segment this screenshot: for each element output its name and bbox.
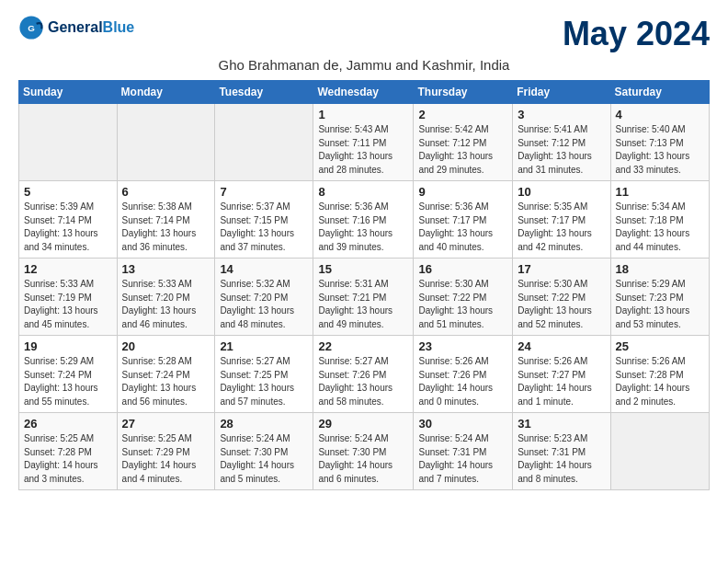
- day-info: Sunrise: 5:30 AMSunset: 7:22 PMDaylight:…: [518, 278, 605, 331]
- day-number: 11: [616, 185, 704, 199]
- logo: G GeneralBlue: [18, 15, 134, 40]
- day-number: 28: [220, 417, 308, 431]
- day-number: 18: [616, 262, 704, 276]
- day-number: 21: [220, 339, 308, 353]
- day-info: Sunrise: 5:36 AMSunset: 7:17 PMDaylight:…: [418, 201, 507, 254]
- day-info: Sunrise: 5:25 AMSunset: 7:28 PMDaylight:…: [24, 432, 112, 486]
- day-number: 15: [318, 262, 408, 276]
- day-info: Sunrise: 5:42 AMSunset: 7:12 PMDaylight:…: [418, 123, 507, 177]
- calendar-cell: 7Sunrise: 5:37 AMSunset: 7:15 PMDaylight…: [215, 181, 313, 259]
- calendar-cell: 31Sunrise: 5:23 AMSunset: 7:31 PMDayligh…: [513, 413, 610, 490]
- calendar-cell: 26Sunrise: 5:25 AMSunset: 7:28 PMDayligh…: [19, 413, 118, 490]
- calendar-cell: 24Sunrise: 5:26 AMSunset: 7:27 PMDayligh…: [513, 336, 610, 413]
- day-info: Sunrise: 5:43 AMSunset: 7:11 PMDaylight:…: [318, 123, 408, 177]
- day-info: Sunrise: 5:31 AMSunset: 7:21 PMDaylight:…: [318, 278, 408, 331]
- calendar-cell: 6Sunrise: 5:38 AMSunset: 7:14 PMDaylight…: [117, 181, 215, 259]
- calendar-cell: 17Sunrise: 5:30 AMSunset: 7:22 PMDayligh…: [513, 259, 610, 336]
- calendar-cell: 30Sunrise: 5:24 AMSunset: 7:31 PMDayligh…: [414, 413, 513, 490]
- calendar-cell: 21Sunrise: 5:27 AMSunset: 7:25 PMDayligh…: [215, 336, 313, 413]
- calendar-cell: 2Sunrise: 5:42 AMSunset: 7:12 PMDaylight…: [414, 104, 513, 181]
- day-number: 24: [518, 339, 605, 353]
- day-info: Sunrise: 5:23 AMSunset: 7:31 PMDaylight:…: [518, 432, 605, 486]
- day-number: 17: [518, 262, 605, 276]
- calendar-cell: [610, 413, 709, 490]
- calendar: SundayMondayTuesdayWednesdayThursdayFrid…: [18, 80, 710, 490]
- day-number: 12: [24, 262, 112, 276]
- day-number: 10: [518, 185, 605, 199]
- day-info: Sunrise: 5:26 AMSunset: 7:28 PMDaylight:…: [616, 355, 704, 408]
- day-of-week-header: Sunday: [19, 81, 118, 104]
- day-number: 1: [318, 108, 408, 121]
- day-info: Sunrise: 5:40 AMSunset: 7:13 PMDaylight:…: [616, 123, 704, 177]
- day-of-week-header: Saturday: [610, 81, 709, 104]
- day-info: Sunrise: 5:24 AMSunset: 7:30 PMDaylight:…: [220, 432, 308, 486]
- calendar-cell: 15Sunrise: 5:31 AMSunset: 7:21 PMDayligh…: [313, 259, 414, 336]
- day-info: Sunrise: 5:32 AMSunset: 7:20 PMDaylight:…: [220, 278, 308, 331]
- day-number: 27: [122, 417, 210, 431]
- day-number: 30: [418, 417, 507, 431]
- calendar-cell: 3Sunrise: 5:41 AMSunset: 7:12 PMDaylight…: [513, 104, 610, 181]
- calendar-cell: 13Sunrise: 5:33 AMSunset: 7:20 PMDayligh…: [117, 259, 215, 336]
- day-number: 9: [418, 185, 507, 199]
- day-of-week-header: Tuesday: [215, 81, 313, 104]
- calendar-cell: [117, 104, 215, 181]
- day-info: Sunrise: 5:38 AMSunset: 7:14 PMDaylight:…: [122, 201, 210, 254]
- day-of-week-header: Wednesday: [313, 81, 414, 104]
- calendar-cell: 12Sunrise: 5:33 AMSunset: 7:19 PMDayligh…: [19, 259, 118, 336]
- month-title: May 2024: [563, 15, 710, 53]
- day-info: Sunrise: 5:35 AMSunset: 7:17 PMDaylight:…: [518, 201, 605, 254]
- day-info: Sunrise: 5:27 AMSunset: 7:25 PMDaylight:…: [220, 355, 308, 408]
- logo-icon: G: [18, 15, 44, 40]
- subtitle: Gho Brahmanan de, Jammu and Kashmir, Ind…: [18, 57, 710, 73]
- day-number: 2: [418, 108, 507, 121]
- calendar-cell: 11Sunrise: 5:34 AMSunset: 7:18 PMDayligh…: [610, 181, 709, 259]
- day-number: 6: [122, 185, 210, 199]
- calendar-cell: [215, 104, 313, 181]
- day-number: 3: [518, 108, 605, 121]
- day-number: 22: [318, 339, 408, 353]
- day-number: 16: [418, 262, 507, 276]
- day-number: 8: [318, 185, 408, 199]
- day-info: Sunrise: 5:28 AMSunset: 7:24 PMDaylight:…: [122, 355, 210, 408]
- svg-text:G: G: [28, 23, 35, 33]
- day-info: Sunrise: 5:41 AMSunset: 7:12 PMDaylight:…: [518, 123, 605, 177]
- day-number: 29: [318, 417, 408, 431]
- logo-blue: Blue: [103, 19, 135, 35]
- day-number: 19: [24, 339, 112, 353]
- calendar-cell: [19, 104, 118, 181]
- day-info: Sunrise: 5:24 AMSunset: 7:31 PMDaylight:…: [418, 432, 507, 486]
- day-number: 25: [616, 339, 704, 353]
- day-number: 14: [220, 262, 308, 276]
- day-of-week-header: Friday: [513, 81, 610, 104]
- calendar-cell: 25Sunrise: 5:26 AMSunset: 7:28 PMDayligh…: [610, 336, 709, 413]
- day-info: Sunrise: 5:26 AMSunset: 7:27 PMDaylight:…: [518, 355, 605, 408]
- day-info: Sunrise: 5:37 AMSunset: 7:15 PMDaylight:…: [220, 201, 308, 254]
- calendar-cell: 22Sunrise: 5:27 AMSunset: 7:26 PMDayligh…: [313, 336, 414, 413]
- calendar-cell: 9Sunrise: 5:36 AMSunset: 7:17 PMDaylight…: [414, 181, 513, 259]
- calendar-cell: 10Sunrise: 5:35 AMSunset: 7:17 PMDayligh…: [513, 181, 610, 259]
- calendar-cell: 1Sunrise: 5:43 AMSunset: 7:11 PMDaylight…: [313, 104, 414, 181]
- calendar-cell: 20Sunrise: 5:28 AMSunset: 7:24 PMDayligh…: [117, 336, 215, 413]
- day-number: 23: [418, 339, 507, 353]
- calendar-cell: 23Sunrise: 5:26 AMSunset: 7:26 PMDayligh…: [414, 336, 513, 413]
- day-info: Sunrise: 5:34 AMSunset: 7:18 PMDaylight:…: [616, 201, 704, 254]
- day-info: Sunrise: 5:29 AMSunset: 7:24 PMDaylight:…: [24, 355, 112, 408]
- day-info: Sunrise: 5:36 AMSunset: 7:16 PMDaylight:…: [318, 201, 408, 254]
- day-info: Sunrise: 5:39 AMSunset: 7:14 PMDaylight:…: [24, 201, 112, 254]
- logo-general: General: [48, 19, 103, 35]
- day-info: Sunrise: 5:26 AMSunset: 7:26 PMDaylight:…: [418, 355, 507, 408]
- day-info: Sunrise: 5:27 AMSunset: 7:26 PMDaylight:…: [318, 355, 408, 408]
- calendar-cell: 19Sunrise: 5:29 AMSunset: 7:24 PMDayligh…: [19, 336, 118, 413]
- calendar-cell: 18Sunrise: 5:29 AMSunset: 7:23 PMDayligh…: [610, 259, 709, 336]
- day-number: 7: [220, 185, 308, 199]
- calendar-cell: 16Sunrise: 5:30 AMSunset: 7:22 PMDayligh…: [414, 259, 513, 336]
- day-number: 20: [122, 339, 210, 353]
- day-of-week-header: Monday: [117, 81, 215, 104]
- day-info: Sunrise: 5:29 AMSunset: 7:23 PMDaylight:…: [616, 278, 704, 331]
- day-number: 13: [122, 262, 210, 276]
- calendar-cell: 8Sunrise: 5:36 AMSunset: 7:16 PMDaylight…: [313, 181, 414, 259]
- calendar-cell: 27Sunrise: 5:25 AMSunset: 7:29 PMDayligh…: [117, 413, 215, 490]
- day-info: Sunrise: 5:33 AMSunset: 7:20 PMDaylight:…: [122, 278, 210, 331]
- calendar-cell: 4Sunrise: 5:40 AMSunset: 7:13 PMDaylight…: [610, 104, 709, 181]
- calendar-cell: 5Sunrise: 5:39 AMSunset: 7:14 PMDaylight…: [19, 181, 118, 259]
